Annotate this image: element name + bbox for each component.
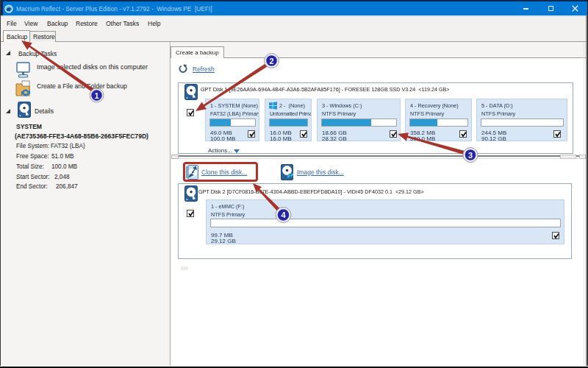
svg-text:4: 4 <box>281 210 286 219</box>
svg-text:1: 1 <box>94 91 98 100</box>
svg-text:3: 3 <box>468 151 473 160</box>
svg-text:2: 2 <box>269 57 273 66</box>
